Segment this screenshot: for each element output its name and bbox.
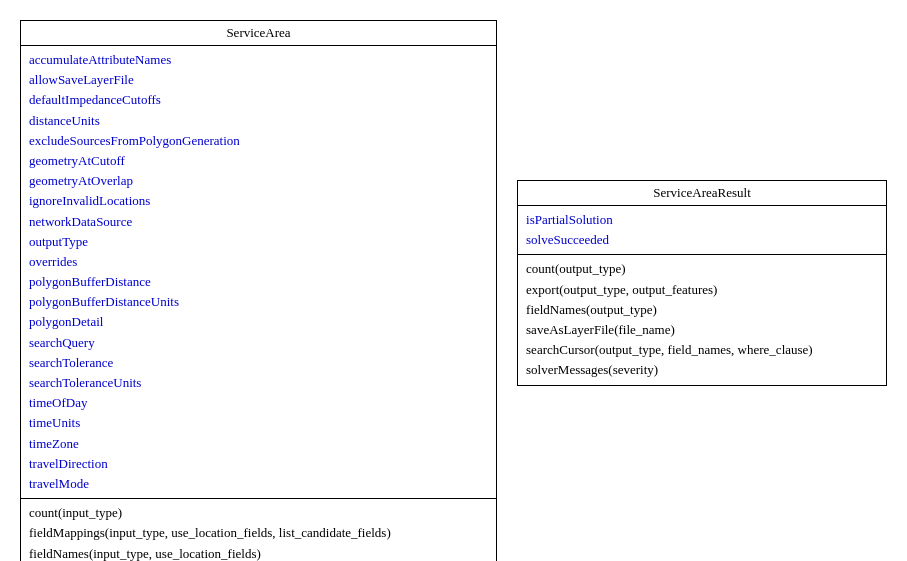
property-ignoreInvalidLocations: ignoreInvalidLocations <box>29 191 488 211</box>
property-searchToleranceUnits: searchToleranceUnits <box>29 373 488 393</box>
property-excludeSourcesFromPolygonGeneration: excludeSourcesFromPolygonGeneration <box>29 131 488 151</box>
method-count: count(input_type) <box>29 503 488 523</box>
result-property-solveSucceeded: solveSucceeded <box>526 230 878 250</box>
property-travelDirection: travelDirection <box>29 454 488 474</box>
property-travelMode: travelMode <box>29 474 488 494</box>
property-allowSaveLayerFile: allowSaveLayerFile <box>29 70 488 90</box>
result-method-solverMessages: solverMessages(severity) <box>526 360 878 380</box>
property-timeOfDay: timeOfDay <box>29 393 488 413</box>
result-property-isPartialSolution: isPartialSolution <box>526 210 878 230</box>
diagram-container: ServiceArea accumulateAttributeNames all… <box>10 10 897 561</box>
result-method-export: export(output_type, output_features) <box>526 280 878 300</box>
method-fieldMappings: fieldMappings(input_type, use_location_f… <box>29 523 488 543</box>
property-geometryAtOverlap: geometryAtOverlap <box>29 171 488 191</box>
service-area-title: ServiceArea <box>21 21 496 46</box>
result-method-searchCursor: searchCursor(output_type, field_names, w… <box>526 340 878 360</box>
property-timeUnits: timeUnits <box>29 413 488 433</box>
service-area-methods-section: count(input_type) fieldMappings(input_ty… <box>21 499 496 561</box>
property-defaultImpedanceCutoffs: defaultImpedanceCutoffs <box>29 90 488 110</box>
property-overrides: overrides <box>29 252 488 272</box>
property-searchTolerance: searchTolerance <box>29 353 488 373</box>
service-area-result-title: ServiceAreaResult <box>518 181 886 206</box>
property-outputType: outputType <box>29 232 488 252</box>
property-distanceUnits: distanceUnits <box>29 111 488 131</box>
property-accumulateAttributeNames: accumulateAttributeNames <box>29 50 488 70</box>
service-area-result-properties-section: isPartialSolution solveSucceeded <box>518 206 886 255</box>
property-networkDataSource: networkDataSource <box>29 212 488 232</box>
property-polygonDetail: polygonDetail <box>29 312 488 332</box>
result-method-fieldNames: fieldNames(output_type) <box>526 300 878 320</box>
property-timeZone: timeZone <box>29 434 488 454</box>
result-method-saveAsLayerFile: saveAsLayerFile(file_name) <box>526 320 878 340</box>
property-polygonBufferDistanceUnits: polygonBufferDistanceUnits <box>29 292 488 312</box>
service-area-result-class: ServiceAreaResult isPartialSolution solv… <box>517 180 887 386</box>
service-area-properties-section: accumulateAttributeNames allowSaveLayerF… <box>21 46 496 499</box>
service-area-class: ServiceArea accumulateAttributeNames all… <box>20 20 497 561</box>
property-polygonBufferDistance: polygonBufferDistance <box>29 272 488 292</box>
property-searchQuery: searchQuery <box>29 333 488 353</box>
result-method-count: count(output_type) <box>526 259 878 279</box>
property-geometryAtCutoff: geometryAtCutoff <box>29 151 488 171</box>
method-fieldNames: fieldNames(input_type, use_location_fiel… <box>29 544 488 562</box>
service-area-result-methods-section: count(output_type) export(output_type, o… <box>518 255 886 384</box>
